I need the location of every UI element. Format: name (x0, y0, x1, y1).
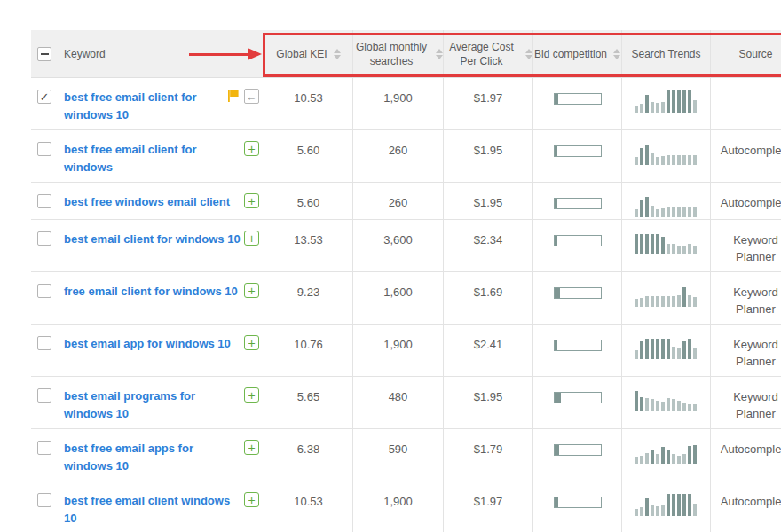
table-row: best free email client for windows ← + 5… (31, 130, 781, 183)
trend-bar (661, 447, 665, 464)
trend-bar (645, 498, 649, 516)
monthly-searches-value: 1,600 (352, 272, 443, 324)
trend-bar (635, 234, 638, 254)
search-trends-cell (621, 429, 710, 481)
keyword-link[interactable]: best email app for windows 10 (64, 335, 241, 353)
trend-bar (661, 156, 665, 165)
keyword-link[interactable]: best free email apps for windows 10 (64, 440, 241, 475)
add-keyword-icon[interactable]: + (244, 492, 259, 507)
add-keyword-icon[interactable]: + (244, 141, 259, 156)
trend-bar (693, 348, 697, 359)
search-trends-cell (621, 377, 710, 428)
source-value: Autocomplete (710, 130, 781, 182)
trend-bar (651, 206, 654, 217)
keyword-link[interactable]: free email client for windows 10 (64, 283, 241, 301)
trend-bar (688, 339, 691, 359)
table-body: ✓ best free email client for windows 10 … (31, 78, 781, 532)
bid-competition-cell (532, 78, 621, 129)
trend-bar (635, 350, 638, 359)
column-label: Bid competition (534, 47, 607, 61)
row-checkbox[interactable] (37, 336, 51, 350)
trend-bar (656, 157, 659, 165)
trend-bar (677, 456, 681, 464)
trend-bar (640, 148, 643, 166)
trend-bar (635, 509, 638, 516)
row-checkbox[interactable]: ✓ (37, 90, 51, 104)
search-trends-chart (635, 90, 698, 113)
monthly-searches-value: 1,900 (352, 325, 443, 376)
sort-arrows-icon[interactable] (613, 49, 620, 59)
table-header-row: Keyword Global KEI Global monthly search… (31, 30, 781, 78)
trend-bar (693, 100, 697, 113)
search-trends-cell (621, 272, 710, 324)
add-keyword-icon[interactable]: + (244, 283, 259, 298)
keyword-research-table-view: Keyword Global KEI Global monthly search… (0, 0, 781, 532)
column-label: Average Cost Per Click (444, 40, 519, 68)
sort-arrows-icon[interactable] (436, 49, 443, 59)
trend-bar (693, 504, 697, 516)
search-trends-chart (635, 194, 698, 217)
add-keyword-icon[interactable]: + (244, 193, 259, 208)
flag-icon[interactable] (226, 89, 241, 103)
global-kei-value: 5.65 (264, 377, 352, 428)
trend-bar (693, 155, 697, 165)
trend-bar (677, 207, 681, 217)
row-checkbox[interactable] (37, 142, 51, 156)
sort-arrows-icon[interactable] (525, 49, 532, 59)
trend-bar (661, 339, 665, 359)
keyword-link[interactable]: best free email client for windows (64, 141, 241, 176)
add-keyword-icon[interactable]: + (244, 335, 259, 350)
trend-bar (635, 391, 638, 411)
row-checkbox[interactable] (37, 194, 51, 208)
bid-competition-cell (532, 272, 621, 324)
trend-bar (667, 398, 670, 411)
trend-bar (672, 347, 675, 359)
move-left-icon[interactable]: ← (244, 89, 259, 104)
sort-arrows-icon[interactable] (334, 49, 341, 59)
trend-bar (682, 341, 686, 359)
global-kei-value: 10.76 (264, 325, 352, 376)
keyword-link[interactable]: best email client for windows 10 (64, 231, 241, 248)
trend-bar (661, 505, 665, 516)
header-cell-global-kei[interactable]: Global KEI (264, 30, 352, 77)
global-kei-value: 10.53 (264, 481, 352, 532)
trend-bar (635, 157, 638, 165)
row-checkbox[interactable] (37, 284, 51, 298)
trend-bar (667, 339, 670, 359)
trend-bar (682, 403, 686, 411)
trend-bar (635, 209, 638, 217)
header-cell-bid-competition[interactable]: Bid competition (532, 30, 621, 77)
row-checkbox[interactable] (37, 441, 51, 455)
trend-bar (688, 295, 691, 307)
add-keyword-icon[interactable]: + (244, 231, 259, 246)
keyword-cell: free email client for windows 10 ← + (31, 272, 264, 324)
trend-bar (645, 339, 649, 359)
keyword-link[interactable]: best free email client windows 10 (64, 492, 241, 528)
column-label: Source (738, 47, 772, 61)
source-value: Keyword Planner (710, 272, 781, 324)
trend-bar (635, 106, 638, 113)
header-cell-monthly-searches[interactable]: Global monthly searches (352, 30, 443, 77)
trend-bar (645, 296, 649, 307)
cpc-value: $1.97 (443, 78, 532, 129)
keyword-table: Keyword Global KEI Global monthly search… (31, 30, 781, 532)
keyword-link[interactable]: best free email client for windows 10 (64, 89, 241, 124)
global-kei-value: 5.60 (264, 130, 352, 182)
trend-bar (677, 295, 681, 307)
row-checkbox[interactable] (37, 388, 51, 403)
source-value: Autocomplete (710, 183, 781, 219)
bid-competition-fill (555, 199, 558, 208)
header-cell-cpc[interactable]: Average Cost Per Click (443, 30, 532, 77)
trend-bar (667, 494, 670, 516)
trend-bar (651, 102, 654, 113)
select-all-checkbox[interactable] (37, 47, 51, 61)
keyword-link[interactable]: best email programs for windows 10 (64, 387, 241, 423)
row-checkbox[interactable] (37, 231, 51, 246)
add-keyword-icon[interactable]: + (244, 440, 259, 455)
row-checkbox[interactable] (37, 493, 51, 507)
add-keyword-icon[interactable]: + (244, 387, 259, 403)
trend-bar (640, 456, 643, 464)
trend-bar (667, 90, 670, 113)
header-cell-keyword: Keyword (31, 30, 264, 77)
keyword-link[interactable]: best free windows email client (64, 193, 241, 211)
